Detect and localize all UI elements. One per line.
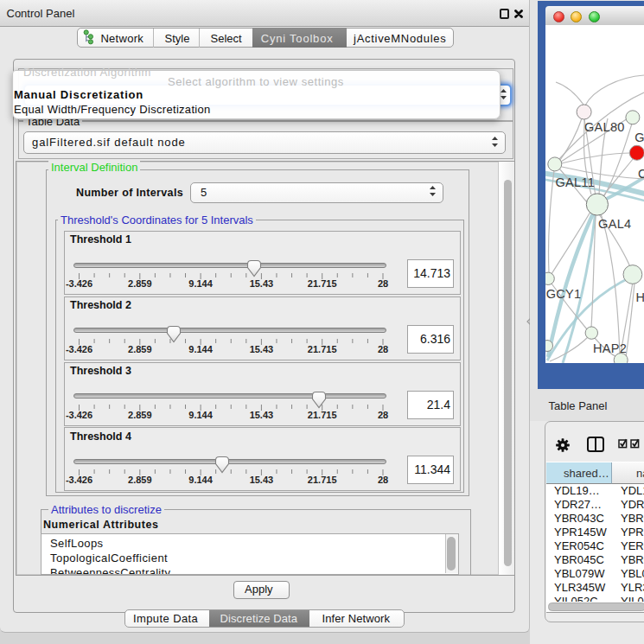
svg-text:GAL4: GAL4 <box>598 217 631 231</box>
svg-text:HAP2: HAP2 <box>593 341 627 355</box>
svg-text:GCY1: GCY1 <box>546 287 582 301</box>
svg-text:GAL80: GAL80 <box>584 120 625 134</box>
svg-text:CY: CY <box>638 167 644 181</box>
svg-text:HI: HI <box>636 290 644 304</box>
svg-text:GA: GA <box>634 131 644 144</box>
svg-text:GAL11: GAL11 <box>556 175 596 189</box>
